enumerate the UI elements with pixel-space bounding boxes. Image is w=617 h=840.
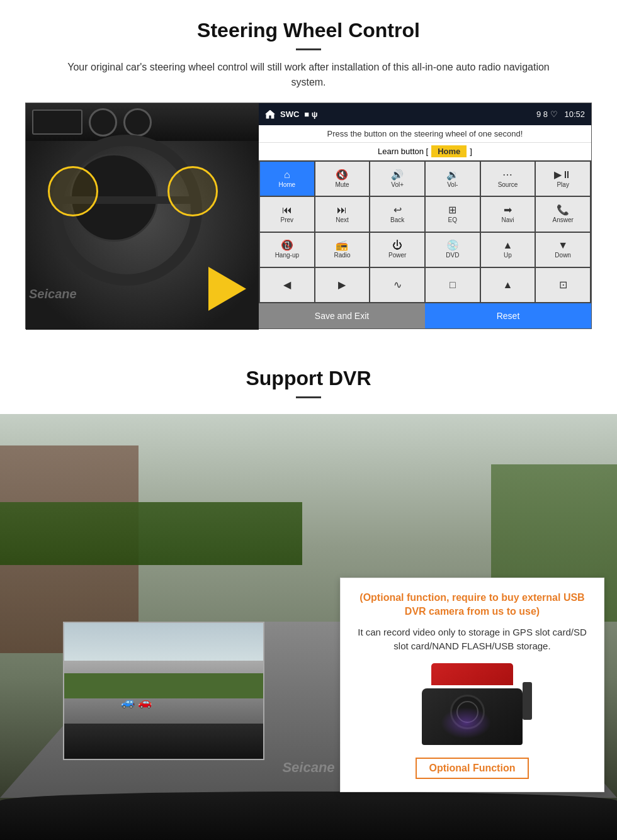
swc-title: Steering Wheel Control — [25, 19, 592, 42]
r4-1-icon: ◀ — [283, 280, 291, 290]
swc-btn-volup[interactable]: 🔊 Vol+ — [370, 162, 424, 196]
dvr-camera-illustration — [409, 663, 535, 745]
swc-btn-r4-1[interactable]: ◀ — [260, 268, 314, 302]
home-icon — [265, 110, 275, 119]
swc-btn-radio[interactable]: 📻 Radio — [315, 233, 370, 267]
swc-btn-answer[interactable]: 📞 Answer — [536, 197, 590, 231]
swc-composite: Seicane SWC ■ ψ 9 8 ♡ 10:52 Press the bu… — [25, 103, 592, 329]
dvr-section: Support DVR 🚙 🚗 (Optional function, requ… — [0, 354, 617, 840]
dvr-divider — [296, 396, 321, 398]
navi-btn-label: Navi — [501, 216, 514, 223]
steering-wheel — [38, 122, 227, 298]
volup-btn-icon: 🔊 — [391, 170, 404, 180]
back-btn-icon: ↩ — [393, 205, 402, 215]
swc-time: 10:52 — [564, 109, 585, 119]
learn-label: Learn button [ — [378, 147, 428, 156]
prev-btn-label: Prev — [281, 216, 294, 223]
dvd-btn-icon: 💿 — [446, 240, 459, 250]
dvr-background: 🚙 🚗 (Optional function, require to buy e… — [0, 414, 617, 840]
source-btn-label: Source — [498, 181, 518, 188]
swc-icons: ■ ψ — [304, 109, 317, 119]
dvr-badge-container: Optional Function — [353, 754, 591, 779]
down-btn-icon: ▼ — [558, 240, 568, 250]
swc-prompt: Press the button on the steering wheel o… — [259, 125, 591, 143]
swc-btn-up[interactable]: ▲ Up — [481, 233, 535, 267]
dvr-optional-desc: It can record video only to storage in G… — [353, 625, 591, 654]
play-btn-icon: ▶⏸ — [554, 170, 572, 180]
next-btn-label: Next — [336, 216, 349, 223]
prev-btn-icon: ⏮ — [282, 205, 292, 215]
eq-btn-label: EQ — [448, 216, 457, 223]
swc-topbar: SWC ■ ψ 9 8 ♡ 10:52 — [259, 103, 591, 125]
voldown-btn-label: Vol- — [447, 181, 458, 188]
save-exit-button[interactable]: Save and Exit — [259, 303, 425, 328]
swc-interface: SWC ■ ψ 9 8 ♡ 10:52 Press the button on … — [259, 103, 591, 328]
swc-bottom-actions: Save and Exit Reset — [259, 303, 591, 328]
home-btn-label: Home — [278, 181, 295, 188]
r4-3-icon: ∿ — [393, 280, 402, 290]
swc-btn-mute[interactable]: 🔇 Mute — [315, 162, 370, 196]
camera-mount — [523, 682, 532, 720]
r4-4-icon: □ — [450, 280, 456, 290]
power-btn-icon: ⏻ — [392, 240, 402, 250]
source-btn-icon: ⋯ — [502, 170, 512, 180]
dvr-preview-sky — [64, 623, 263, 661]
mute-btn-icon: 🔇 — [336, 170, 348, 180]
swc-btn-r4-6[interactable]: ⊡ — [536, 268, 590, 302]
dvr-preview-cars: 🚙 🚗 — [121, 695, 152, 709]
swc-brand: SWC — [280, 109, 299, 119]
hangup-btn-icon: 📵 — [281, 240, 293, 250]
dvr-preview-dash — [64, 724, 263, 760]
dvr-foliage — [0, 502, 302, 565]
answer-btn-label: Answer — [552, 216, 573, 223]
swc-description: Your original car's steering wheel contr… — [50, 60, 567, 90]
radio-btn-label: Radio — [334, 252, 350, 259]
reset-button[interactable]: Reset — [425, 303, 591, 328]
swc-btn-r4-4[interactable]: □ — [426, 268, 480, 302]
dvr-optional-title: (Optional function, require to buy exter… — [353, 591, 591, 619]
swc-btn-voldown[interactable]: 🔉 Vol- — [426, 162, 480, 196]
swc-btn-prev[interactable]: ⏮ Prev — [260, 197, 314, 231]
dvr-preview-screenshot: 🚙 🚗 — [63, 622, 264, 760]
answer-btn-icon: 📞 — [557, 205, 569, 215]
r4-2-icon: ▶ — [338, 280, 346, 290]
swc-btn-navi[interactable]: ➡ Navi — [481, 197, 535, 231]
swc-btn-play[interactable]: ▶⏸ Play — [536, 162, 590, 196]
radio-btn-icon: 📻 — [336, 240, 348, 250]
sw-highlight-right — [167, 166, 218, 216]
dvr-title: Support DVR — [25, 367, 592, 390]
down-btn-label: Down — [555, 252, 571, 259]
swc-btn-source[interactable]: ⋯ Source — [481, 162, 535, 196]
swc-topbar-right: 9 8 ♡ 10:52 — [536, 109, 585, 119]
swc-btn-down[interactable]: ▼ Down — [536, 233, 590, 267]
navi-btn-icon: ➡ — [504, 205, 512, 215]
swc-btn-power[interactable]: ⏻ Power — [370, 233, 424, 267]
camera-light — [441, 707, 491, 739]
swc-btn-dvd[interactable]: 💿 DVD — [426, 233, 480, 267]
swc-btn-eq[interactable]: ⊞ EQ — [426, 197, 480, 231]
swc-btn-hangup[interactable]: 📵 Hang-up — [260, 233, 314, 267]
swc-signal: 9 8 ♡ — [536, 109, 558, 119]
dvd-btn-label: DVD — [446, 252, 459, 259]
hangup-btn-label: Hang-up — [275, 252, 299, 259]
swc-btn-r4-5[interactable]: ▲ — [481, 268, 535, 302]
swc-divider — [296, 48, 321, 50]
swc-btn-back[interactable]: ↩ Back — [370, 197, 424, 231]
swc-btn-r4-2[interactable]: ▶ — [315, 268, 370, 302]
dvr-info-box: (Optional function, require to buy exter… — [340, 578, 604, 792]
swc-btn-next[interactable]: ⏭ Next — [315, 197, 370, 231]
learn-bracket: ] — [470, 147, 472, 156]
dvr-preview-hedge — [64, 673, 263, 698]
seicane-watermark-swc: Seicane — [29, 287, 77, 301]
swc-topbar-left: SWC ■ ψ — [265, 109, 318, 119]
swc-btn-home[interactable]: ⌂ Home — [260, 162, 314, 196]
home-btn-icon: ⌂ — [284, 170, 290, 180]
mute-btn-label: Mute — [335, 181, 349, 188]
dvr-dashboard — [0, 792, 617, 840]
up-btn-icon: ▲ — [503, 240, 513, 250]
swc-btn-r4-3[interactable]: ∿ — [370, 268, 424, 302]
voldown-btn-icon: 🔉 — [446, 170, 459, 180]
optional-function-badge: Optional Function — [416, 758, 529, 779]
up-btn-label: Up — [504, 252, 512, 259]
swc-section: Steering Wheel Control Your original car… — [0, 0, 617, 342]
